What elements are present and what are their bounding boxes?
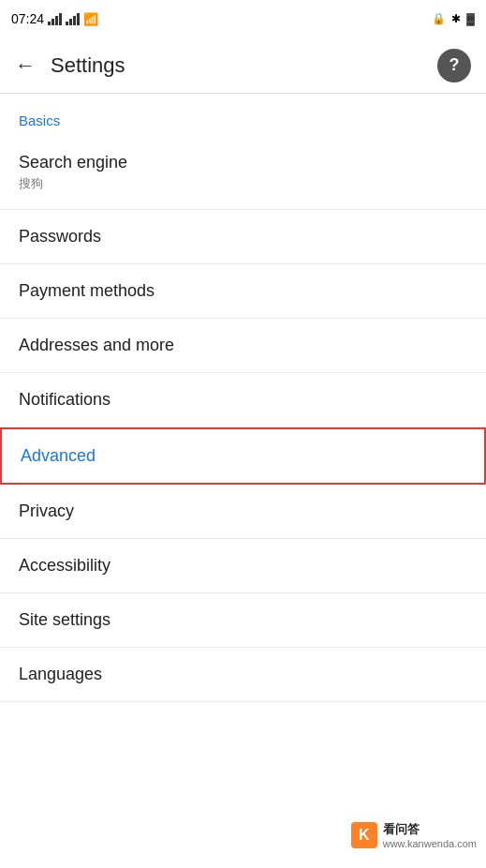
settings-item-languages[interactable]: Languages [0, 648, 486, 702]
settings-item-payment-methods[interactable]: Payment methods [0, 264, 486, 319]
help-button[interactable]: ? [437, 49, 471, 82]
settings-item-title: Advanced [21, 446, 465, 466]
settings-item-passwords[interactable]: Passwords [0, 210, 486, 264]
status-bar-left: 07:24 📶 [11, 11, 98, 26]
settings-item-notifications[interactable]: Notifications [0, 373, 486, 427]
toolbar: ← Settings ? [0, 37, 486, 94]
watermark: K 看问答 www.kanwenda.com [351, 821, 477, 849]
battery-icon: ▓ [466, 12, 475, 25]
settings-item-site-settings[interactable]: Site settings [0, 593, 486, 648]
settings-item-title: Privacy [19, 501, 467, 521]
settings-item-title: Accessibility [19, 556, 467, 576]
settings-content: BasicsSearch engine搜狗PasswordsPayment me… [0, 94, 486, 702]
watermark-text: 看问答 www.kanwenda.com [383, 821, 477, 849]
section-header-basics: Basics [0, 94, 486, 136]
settings-item-title: Payment methods [19, 281, 467, 301]
settings-item-title: Site settings [19, 610, 467, 630]
signal-icon-2 [66, 12, 80, 25]
settings-item-title: Addresses and more [19, 336, 467, 355]
settings-item-advanced[interactable]: Advanced [0, 427, 486, 485]
status-bar: 07:24 📶 🔒 ✱ ▓ [0, 0, 486, 37]
wifi-icon: 📶 [83, 12, 98, 26]
signal-icon [48, 12, 62, 25]
settings-item-title: Notifications [19, 390, 467, 410]
status-bar-right: 🔒 ✱ ▓ [432, 12, 475, 25]
lock-icon: 🔒 [432, 12, 446, 25]
bluetooth-icon: ✱ [451, 12, 461, 25]
settings-item-title: Languages [19, 665, 467, 684]
settings-item-search-engine[interactable]: Search engine搜狗 [0, 136, 486, 210]
settings-item-title: Search engine [19, 153, 467, 172]
settings-item-addresses-and-more[interactable]: Addresses and more [0, 319, 486, 373]
settings-item-accessibility[interactable]: Accessibility [0, 539, 486, 593]
page-title: Settings [51, 53, 437, 78]
settings-item-privacy[interactable]: Privacy [0, 485, 486, 539]
watermark-logo: K [351, 822, 377, 848]
settings-item-subtitle: 搜狗 [19, 175, 467, 192]
back-button[interactable]: ← [15, 53, 36, 78]
time-display: 07:24 [11, 11, 44, 26]
settings-item-title: Passwords [19, 227, 467, 247]
